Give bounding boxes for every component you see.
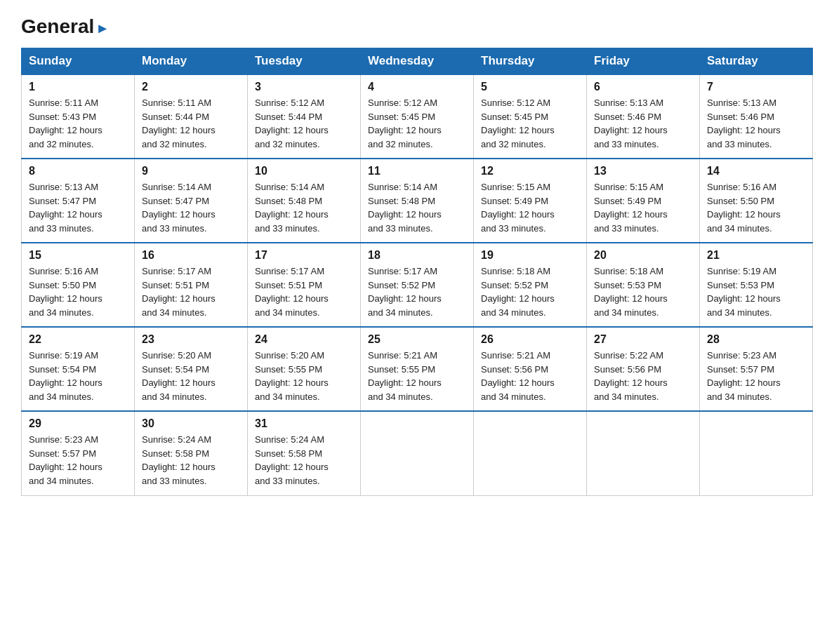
calendar-week-row: 22Sunrise: 5:19 AMSunset: 5:54 PMDayligh… bbox=[22, 327, 813, 411]
day-info: Sunrise: 5:13 AMSunset: 5:47 PMDaylight:… bbox=[29, 180, 127, 235]
day-number: 4 bbox=[368, 81, 466, 93]
calendar-day-cell: 7Sunrise: 5:13 AMSunset: 5:46 PMDaylight… bbox=[700, 74, 813, 159]
day-number: 27 bbox=[594, 333, 692, 346]
calendar-day-cell: 14Sunrise: 5:16 AMSunset: 5:50 PMDayligh… bbox=[700, 159, 813, 243]
calendar-day-cell: 10Sunrise: 5:14 AMSunset: 5:48 PMDayligh… bbox=[248, 159, 361, 243]
day-number: 23 bbox=[142, 333, 240, 346]
day-info: Sunrise: 5:15 AMSunset: 5:49 PMDaylight:… bbox=[594, 180, 692, 235]
calendar-table: Sunday Monday Tuesday Wednesday Thursday… bbox=[21, 48, 813, 496]
day-info: Sunrise: 5:17 AMSunset: 5:51 PMDaylight:… bbox=[255, 264, 353, 319]
calendar-day-cell: 12Sunrise: 5:15 AMSunset: 5:49 PMDayligh… bbox=[474, 159, 587, 243]
calendar-day-cell: 21Sunrise: 5:19 AMSunset: 5:53 PMDayligh… bbox=[700, 243, 813, 327]
day-info: Sunrise: 5:20 AMSunset: 5:55 PMDaylight:… bbox=[255, 349, 353, 403]
day-info: Sunrise: 5:21 AMSunset: 5:56 PMDaylight:… bbox=[481, 349, 579, 403]
day-number: 24 bbox=[255, 333, 353, 346]
day-number: 28 bbox=[707, 333, 805, 346]
calendar-day-cell: 23Sunrise: 5:20 AMSunset: 5:54 PMDayligh… bbox=[135, 327, 248, 411]
calendar-day-cell bbox=[361, 411, 474, 495]
calendar-day-cell: 27Sunrise: 5:22 AMSunset: 5:56 PMDayligh… bbox=[587, 327, 700, 411]
day-info: Sunrise: 5:17 AMSunset: 5:52 PMDaylight:… bbox=[368, 264, 466, 319]
calendar-day-cell bbox=[587, 411, 700, 495]
day-info: Sunrise: 5:13 AMSunset: 5:46 PMDaylight:… bbox=[594, 96, 692, 151]
calendar-day-cell: 13Sunrise: 5:15 AMSunset: 5:49 PMDayligh… bbox=[587, 159, 700, 243]
day-info: Sunrise: 5:12 AMSunset: 5:44 PMDaylight:… bbox=[255, 96, 353, 151]
day-number: 10 bbox=[255, 165, 353, 177]
day-info: Sunrise: 5:13 AMSunset: 5:46 PMDaylight:… bbox=[707, 96, 805, 151]
calendar-day-cell: 8Sunrise: 5:13 AMSunset: 5:47 PMDaylight… bbox=[22, 159, 135, 243]
calendar-day-cell: 11Sunrise: 5:14 AMSunset: 5:48 PMDayligh… bbox=[361, 159, 474, 243]
day-info: Sunrise: 5:20 AMSunset: 5:54 PMDaylight:… bbox=[142, 349, 240, 403]
day-info: Sunrise: 5:11 AMSunset: 5:44 PMDaylight:… bbox=[142, 96, 240, 151]
calendar-day-cell: 26Sunrise: 5:21 AMSunset: 5:56 PMDayligh… bbox=[474, 327, 587, 411]
day-number: 22 bbox=[29, 333, 127, 346]
day-info: Sunrise: 5:16 AMSunset: 5:50 PMDaylight:… bbox=[707, 180, 805, 235]
day-number: 16 bbox=[142, 249, 240, 262]
calendar-day-cell: 4Sunrise: 5:12 AMSunset: 5:45 PMDaylight… bbox=[361, 74, 474, 159]
calendar-week-row: 1Sunrise: 5:11 AMSunset: 5:43 PMDaylight… bbox=[22, 74, 813, 159]
calendar-day-cell: 15Sunrise: 5:16 AMSunset: 5:50 PMDayligh… bbox=[22, 243, 135, 327]
col-thursday: Thursday bbox=[474, 48, 587, 75]
day-info: Sunrise: 5:14 AMSunset: 5:48 PMDaylight:… bbox=[368, 180, 466, 235]
day-number: 9 bbox=[142, 165, 240, 177]
day-number: 3 bbox=[255, 81, 353, 93]
calendar-week-row: 8Sunrise: 5:13 AMSunset: 5:47 PMDaylight… bbox=[22, 159, 813, 243]
calendar-day-cell bbox=[700, 411, 813, 495]
col-saturday: Saturday bbox=[700, 48, 813, 75]
calendar-day-cell: 1Sunrise: 5:11 AMSunset: 5:43 PMDaylight… bbox=[22, 74, 135, 159]
calendar-day-cell: 17Sunrise: 5:17 AMSunset: 5:51 PMDayligh… bbox=[248, 243, 361, 327]
calendar-day-cell: 19Sunrise: 5:18 AMSunset: 5:52 PMDayligh… bbox=[474, 243, 587, 327]
logo-arrow: ► bbox=[95, 20, 110, 36]
day-number: 6 bbox=[594, 81, 692, 93]
calendar-header-row: Sunday Monday Tuesday Wednesday Thursday… bbox=[22, 48, 813, 75]
day-info: Sunrise: 5:24 AMSunset: 5:58 PMDaylight:… bbox=[142, 433, 240, 488]
calendar-day-cell: 30Sunrise: 5:24 AMSunset: 5:58 PMDayligh… bbox=[135, 411, 248, 495]
day-number: 2 bbox=[142, 81, 240, 93]
logo-top: General► bbox=[21, 17, 110, 36]
day-info: Sunrise: 5:19 AMSunset: 5:53 PMDaylight:… bbox=[707, 264, 805, 319]
day-info: Sunrise: 5:15 AMSunset: 5:49 PMDaylight:… bbox=[481, 180, 579, 235]
col-wednesday: Wednesday bbox=[361, 48, 474, 75]
calendar-day-cell: 24Sunrise: 5:20 AMSunset: 5:55 PMDayligh… bbox=[248, 327, 361, 411]
day-info: Sunrise: 5:23 AMSunset: 5:57 PMDaylight:… bbox=[707, 349, 805, 403]
day-number: 13 bbox=[594, 165, 692, 177]
logo: General► bbox=[21, 17, 110, 35]
day-number: 26 bbox=[481, 333, 579, 346]
calendar-day-cell: 28Sunrise: 5:23 AMSunset: 5:57 PMDayligh… bbox=[700, 327, 813, 411]
calendar-day-cell: 20Sunrise: 5:18 AMSunset: 5:53 PMDayligh… bbox=[587, 243, 700, 327]
day-info: Sunrise: 5:17 AMSunset: 5:51 PMDaylight:… bbox=[142, 264, 240, 319]
day-number: 18 bbox=[368, 249, 466, 262]
calendar-day-cell bbox=[474, 411, 587, 495]
day-number: 12 bbox=[481, 165, 579, 177]
page-header: General► bbox=[21, 17, 813, 35]
day-number: 14 bbox=[707, 165, 805, 177]
day-number: 15 bbox=[29, 249, 127, 262]
day-info: Sunrise: 5:12 AMSunset: 5:45 PMDaylight:… bbox=[368, 96, 466, 151]
calendar-day-cell: 16Sunrise: 5:17 AMSunset: 5:51 PMDayligh… bbox=[135, 243, 248, 327]
day-info: Sunrise: 5:19 AMSunset: 5:54 PMDaylight:… bbox=[29, 349, 127, 403]
day-number: 17 bbox=[255, 249, 353, 262]
day-info: Sunrise: 5:16 AMSunset: 5:50 PMDaylight:… bbox=[29, 264, 127, 319]
day-number: 29 bbox=[29, 417, 127, 430]
day-info: Sunrise: 5:18 AMSunset: 5:53 PMDaylight:… bbox=[594, 264, 692, 319]
calendar-day-cell: 6Sunrise: 5:13 AMSunset: 5:46 PMDaylight… bbox=[587, 74, 700, 159]
day-number: 25 bbox=[368, 333, 466, 346]
day-info: Sunrise: 5:14 AMSunset: 5:48 PMDaylight:… bbox=[255, 180, 353, 235]
day-info: Sunrise: 5:11 AMSunset: 5:43 PMDaylight:… bbox=[29, 96, 127, 151]
day-number: 20 bbox=[594, 249, 692, 262]
col-tuesday: Tuesday bbox=[248, 48, 361, 75]
day-info: Sunrise: 5:24 AMSunset: 5:58 PMDaylight:… bbox=[255, 433, 353, 488]
day-number: 11 bbox=[368, 165, 466, 177]
day-number: 5 bbox=[481, 81, 579, 93]
day-number: 19 bbox=[481, 249, 579, 262]
day-number: 8 bbox=[29, 165, 127, 177]
calendar-day-cell: 2Sunrise: 5:11 AMSunset: 5:44 PMDaylight… bbox=[135, 74, 248, 159]
calendar-day-cell: 3Sunrise: 5:12 AMSunset: 5:44 PMDaylight… bbox=[248, 74, 361, 159]
day-info: Sunrise: 5:14 AMSunset: 5:47 PMDaylight:… bbox=[142, 180, 240, 235]
day-number: 30 bbox=[142, 417, 240, 430]
day-number: 31 bbox=[255, 417, 353, 430]
calendar-day-cell: 22Sunrise: 5:19 AMSunset: 5:54 PMDayligh… bbox=[22, 327, 135, 411]
logo-general: General bbox=[21, 15, 94, 37]
day-number: 21 bbox=[707, 249, 805, 262]
day-info: Sunrise: 5:18 AMSunset: 5:52 PMDaylight:… bbox=[481, 264, 579, 319]
day-info: Sunrise: 5:21 AMSunset: 5:55 PMDaylight:… bbox=[368, 349, 466, 403]
